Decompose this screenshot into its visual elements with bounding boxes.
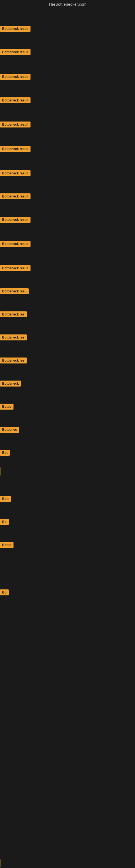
bottleneck-badge-15[interactable]: Bottleneck res [0, 358, 27, 364]
bottleneck-badge-19[interactable]: Bot [0, 450, 10, 456]
bottleneck-item-25: Bo [0, 589, 9, 596]
bottleneck-badge-5[interactable]: Bottleneck result [0, 122, 31, 127]
bottleneck-badge-22[interactable]: Bo [0, 519, 9, 525]
bottleneck-item-23: Bottle [0, 542, 13, 549]
bottleneck-badge-12[interactable]: Bottleneck resu [0, 288, 29, 294]
bottleneck-badge-13[interactable]: Bottleneck res [0, 311, 27, 317]
bottleneck-item-18: Bottlenec [0, 427, 19, 434]
bottleneck-badge-6[interactable]: Bottleneck result [0, 146, 31, 152]
bottleneck-badge-4[interactable]: Bottleneck result [0, 97, 31, 103]
bottleneck-badge-21[interactable]: Bott [0, 496, 11, 502]
bottleneck-badge-11[interactable]: Bottleneck result [0, 265, 31, 271]
bottleneck-item-11: Bottleneck result [0, 265, 31, 272]
bottleneck-item-2: Bottleneck result [0, 49, 31, 56]
bottleneck-item-16: Bottleneck [0, 380, 21, 388]
bottleneck-item-21: Bott [0, 496, 11, 503]
bottleneck-item-5: Bottleneck result [0, 122, 31, 129]
bottleneck-badge-10[interactable]: Bottleneck result [0, 241, 31, 247]
bottleneck-badge-8[interactable]: Bottleneck result [0, 193, 31, 199]
bottleneck-badge-14[interactable]: Bottleneck res [0, 335, 27, 340]
bottleneck-item-4: Bottleneck result [0, 97, 31, 104]
bottleneck-item-14: Bottleneck res [0, 335, 27, 341]
bottleneck-badge-2[interactable]: Bottleneck result [0, 49, 31, 55]
bottleneck-item-13: Bottleneck res [0, 311, 27, 318]
bottleneck-item-12: Bottleneck resu [0, 288, 29, 296]
bottleneck-badge-17[interactable]: Bottle [0, 404, 13, 410]
bottleneck-badge-25[interactable]: Bo [0, 589, 9, 595]
bottleneck-bar-30 [1, 859, 1, 867]
bottleneck-item-17: Bottle [0, 404, 13, 411]
bottleneck-item-7: Bottleneck result [0, 170, 31, 177]
bottleneck-badge-1[interactable]: Bottleneck result [0, 26, 31, 32]
bottleneck-item-10: Bottleneck result [0, 241, 31, 248]
bottleneck-item-1: Bottleneck result [0, 26, 31, 33]
bottleneck-item-6: Bottleneck result [0, 146, 31, 153]
bottleneck-item-19: Bot [0, 450, 10, 457]
bottleneck-badge-23[interactable]: Bottle [0, 542, 13, 548]
bottleneck-item-8: Bottleneck result [0, 193, 31, 200]
bottleneck-bar-20 [1, 467, 1, 475]
bottleneck-badge-7[interactable]: Bottleneck result [0, 170, 31, 176]
bottleneck-badge-9[interactable]: Bottleneck result [0, 217, 31, 223]
bottleneck-item-15: Bottleneck res [0, 358, 27, 365]
bottleneck-badge-3[interactable]: Bottleneck result [0, 74, 31, 80]
bottleneck-badge-16[interactable]: Bottleneck [0, 380, 21, 386]
site-title: TheBottlenecker.com [0, 0, 135, 8]
bottleneck-item-9: Bottleneck result [0, 217, 31, 224]
bottleneck-item-22: Bo [0, 519, 9, 526]
bottleneck-badge-18[interactable]: Bottlenec [0, 427, 19, 433]
bottleneck-item-3: Bottleneck result [0, 74, 31, 81]
